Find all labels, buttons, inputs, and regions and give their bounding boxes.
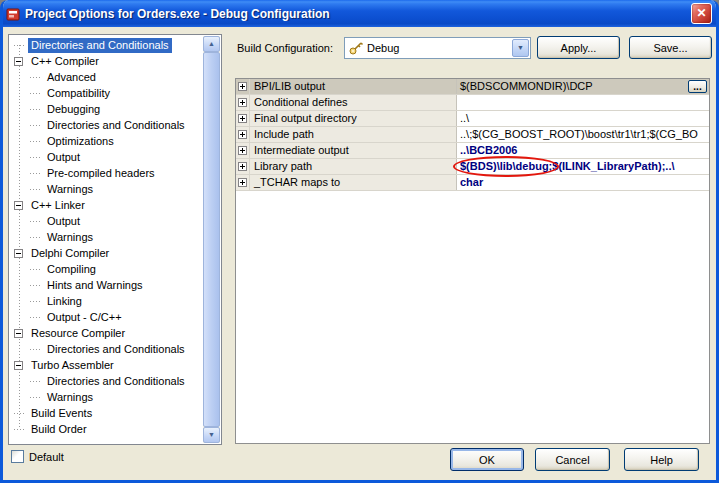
tree-item-directories-and-conditionals[interactable]: Directories and Conditionals	[10, 117, 203, 133]
expand-icon[interactable]	[238, 178, 247, 187]
close-button[interactable]: ✕	[691, 3, 712, 24]
property-value[interactable]: ..\	[457, 111, 709, 126]
tree-connector	[30, 381, 41, 382]
app-icon	[5, 6, 21, 22]
expander-cell	[236, 111, 250, 126]
tree-connector	[30, 349, 41, 350]
tree-connector	[30, 189, 41, 190]
titlebar[interactable]: Project Options for Orders.exe - Debug C…	[0, 0, 719, 27]
tree-item-delphi-compiler[interactable]: Delphi Compiler	[10, 245, 203, 261]
tree-item-c-linker[interactable]: C++ Linker	[10, 197, 203, 213]
property-value[interactable]: ..\;$(CG_BOOST_ROOT)\boost\tr1\tr1;$(CG_…	[457, 127, 709, 142]
scrollbar-thumb[interactable]	[203, 52, 220, 427]
expand-icon[interactable]	[238, 162, 247, 171]
property-row[interactable]: Final output directory..\	[236, 111, 709, 127]
tree-item-directories-and-conditionals[interactable]: Directories and Conditionals	[10, 373, 203, 389]
tree-item-compatibility[interactable]: Compatibility	[10, 85, 203, 101]
expander-cell	[236, 95, 250, 110]
apply-button[interactable]: Apply...	[537, 36, 620, 59]
property-value[interactable]: ..\BCB2006	[457, 143, 709, 158]
property-row[interactable]: _TCHAR maps tochar	[236, 175, 709, 191]
build-configuration-select[interactable]: Debug ▼	[344, 37, 531, 59]
collapse-icon[interactable]	[14, 201, 23, 210]
tree-item-optimizations[interactable]: Optimizations	[10, 133, 203, 149]
tree-item-label: C++ Compiler	[28, 54, 102, 69]
ok-button[interactable]: OK	[450, 448, 524, 471]
property-value[interactable]	[457, 95, 709, 110]
tree-item-label: Optimizations	[44, 134, 117, 149]
property-row[interactable]: Library path$(BDS)\lib\debug;$(ILINK_Lib…	[236, 159, 709, 175]
tree-connector	[30, 221, 41, 222]
property-name: Include path	[250, 127, 457, 142]
tree-connector	[14, 429, 25, 430]
tree-item-build-events[interactable]: Build Events	[10, 405, 203, 421]
tree-item-directories-and-conditionals[interactable]: Directories and Conditionals	[10, 341, 203, 357]
property-value[interactable]: char	[457, 175, 709, 190]
property-row[interactable]: Conditional defines	[236, 95, 709, 111]
tree-connector	[14, 413, 25, 414]
scroll-down-button[interactable]: ▼	[203, 427, 220, 443]
collapse-icon[interactable]	[14, 249, 23, 258]
property-value[interactable]: $(BDSCOMMONDIR)\DCP...	[457, 79, 709, 94]
tree-item-directories-and-conditionals[interactable]: Directories and Conditionals	[10, 37, 203, 53]
tree-connector	[30, 157, 41, 158]
close-icon: ✕	[696, 6, 706, 20]
tree-item-advanced[interactable]: Advanced	[10, 69, 203, 85]
collapse-icon[interactable]	[14, 57, 23, 66]
expand-icon[interactable]	[238, 98, 247, 107]
tree-item-resource-compiler[interactable]: Resource Compiler	[10, 325, 203, 341]
property-name: BPI/LIB output	[250, 79, 457, 94]
tree-item-label: Compatibility	[44, 86, 113, 101]
tree-connector	[30, 93, 41, 94]
property-grid: BPI/LIB output$(BDSCOMMONDIR)\DCP...Cond…	[235, 78, 710, 444]
browse-button[interactable]: ...	[688, 80, 707, 93]
property-row[interactable]: Intermediate output..\BCB2006	[236, 143, 709, 159]
tree-item-c-compiler[interactable]: C++ Compiler	[10, 53, 203, 69]
tree-connector	[30, 237, 41, 238]
property-value[interactable]: $(BDS)\lib\debug;$(ILINK_LibraryPath);..…	[457, 159, 709, 174]
tree-item-label: Build Events	[28, 406, 95, 421]
expander-cell	[236, 127, 250, 142]
tree-connector	[30, 173, 41, 174]
scroll-up-button[interactable]: ▲	[203, 36, 220, 52]
expand-icon[interactable]	[238, 114, 247, 123]
expand-icon[interactable]	[238, 146, 247, 155]
property-row[interactable]: Include path..\;$(CG_BOOST_ROOT)\boost\t…	[236, 127, 709, 143]
tree-item-label: Output	[44, 214, 83, 229]
tree-item-label: Warnings	[44, 182, 96, 197]
tree-item-warnings[interactable]: Warnings	[10, 389, 203, 405]
expand-icon[interactable]	[238, 130, 247, 139]
tree-item-output[interactable]: Output	[10, 149, 203, 165]
expand-icon[interactable]	[238, 82, 247, 91]
tree-item-warnings[interactable]: Warnings	[10, 181, 203, 197]
tree-item-linking[interactable]: Linking	[10, 293, 203, 309]
tree-item-debugging[interactable]: Debugging	[10, 101, 203, 117]
tree-item-build-order[interactable]: Build Order	[10, 421, 203, 437]
collapse-icon[interactable]	[14, 361, 23, 370]
tree-connector	[30, 397, 41, 398]
scroll-down-icon: ▼	[208, 431, 215, 438]
tree-item-hints-and-warnings[interactable]: Hints and Warnings	[10, 277, 203, 293]
tree-item-warnings[interactable]: Warnings	[10, 229, 203, 245]
tree-item-pre-compiled-headers[interactable]: Pre-compiled headers	[10, 165, 203, 181]
property-row[interactable]: BPI/LIB output$(BDSCOMMONDIR)\DCP...	[236, 79, 709, 95]
tree-item-output-c-c[interactable]: Output - C/C++	[10, 309, 203, 325]
save-button[interactable]: Save...	[629, 36, 712, 59]
tree-item-label: Build Order	[28, 422, 90, 437]
tree-item-label: Hints and Warnings	[44, 278, 146, 293]
default-checkbox[interactable]	[11, 450, 24, 463]
combo-dropdown-button[interactable]: ▼	[512, 39, 529, 57]
expander-cell	[236, 159, 250, 174]
options-tree-items: Directories and ConditionalsC++ Compiler…	[10, 36, 203, 443]
tree-item-compiling[interactable]: Compiling	[10, 261, 203, 277]
property-name: Intermediate output	[250, 143, 457, 158]
tree-item-turbo-assembler[interactable]: Turbo Assembler	[10, 357, 203, 373]
collapse-icon[interactable]	[14, 329, 23, 338]
tree-item-output[interactable]: Output	[10, 213, 203, 229]
tree-scrollbar[interactable]: ▲ ▼	[203, 36, 220, 443]
cancel-button[interactable]: Cancel	[535, 448, 610, 471]
tree-connector	[30, 109, 41, 110]
options-tree: Directories and ConditionalsC++ Compiler…	[8, 34, 222, 445]
help-button[interactable]: Help	[624, 448, 699, 471]
tree-item-label: Delphi Compiler	[28, 246, 112, 261]
